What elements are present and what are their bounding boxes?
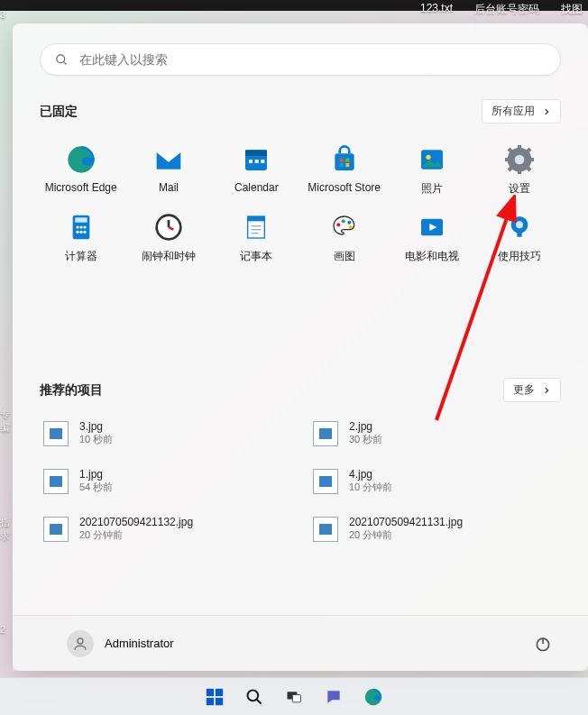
svg-rect-64 (292, 694, 300, 701)
chevron-right-icon (542, 386, 551, 395)
recommended-item-name: 3.jpg (79, 420, 113, 433)
image-file-icon (313, 517, 338, 542)
recommended-item-time: 30 秒前 (349, 433, 382, 446)
taskbar (0, 677, 588, 715)
app-label: Mail (159, 181, 179, 194)
app-tile-mail[interactable]: Mail (127, 140, 209, 202)
svg-point-30 (76, 225, 78, 228)
notepad-icon (242, 213, 271, 242)
desktop-top-icons: 123.txt 后台账号密码 找图 (415, 0, 588, 19)
svg-point-16 (426, 155, 430, 160)
svg-point-31 (79, 225, 82, 228)
chat-button[interactable] (322, 685, 345, 709)
svg-rect-11 (339, 159, 343, 162)
recommended-item-name: 2.jpg (349, 420, 382, 433)
svg-point-61 (248, 690, 259, 701)
recommended-item-time: 10 分钟前 (349, 481, 392, 494)
edge-taskbar-button[interactable] (362, 685, 385, 709)
image-file-icon (43, 421, 69, 446)
svg-line-24 (509, 149, 512, 152)
recommended-item[interactable]: 2.jpg 30 秒前 (309, 418, 561, 448)
svg-line-1 (63, 61, 66, 64)
svg-rect-12 (345, 159, 349, 162)
app-label: Microsoft Store (308, 181, 381, 194)
task-view-button[interactable] (282, 685, 306, 709)
app-label: 画图 (334, 249, 355, 264)
app-label: Calendar (234, 181, 279, 194)
svg-rect-9 (262, 160, 265, 163)
recommended-item[interactable]: 2021070509421131.jpg 20 分钟前 (309, 514, 561, 544)
recommended-grid: 3.jpg 10 秒前 2.jpg 30 秒前 1.jpg 54 秒前 4.jp… (40, 418, 561, 544)
app-tile-edge[interactable]: Microsoft Edge (40, 140, 122, 202)
image-file-icon (313, 421, 338, 446)
power-button[interactable] (534, 635, 552, 653)
svg-rect-14 (345, 163, 349, 167)
svg-rect-6 (245, 150, 267, 156)
avatar (67, 630, 94, 657)
app-label: 使用技巧 (498, 249, 541, 264)
app-tile-photos[interactable]: 照片 (390, 140, 473, 202)
svg-point-47 (348, 225, 352, 229)
svg-rect-29 (75, 217, 87, 222)
app-label: 闹钟和时钟 (142, 249, 196, 264)
all-apps-button[interactable]: 所有应用 (482, 99, 561, 124)
app-label: Microsoft Edge (45, 181, 117, 194)
app-tile-tips[interactable]: 使用技巧 (479, 207, 561, 270)
chevron-right-icon (542, 107, 551, 116)
clock-icon (154, 213, 183, 242)
user-name: Administrator (105, 637, 174, 650)
settings-icon (505, 145, 534, 174)
taskbar-search-button[interactable] (243, 685, 266, 709)
app-label: 记事本 (240, 249, 272, 264)
svg-rect-51 (518, 232, 522, 236)
start-button[interactable] (203, 685, 226, 709)
image-file-icon (43, 469, 69, 494)
svg-rect-57 (207, 688, 214, 695)
recommended-item[interactable]: 3.jpg 10 秒前 (40, 418, 291, 448)
svg-point-44 (336, 223, 340, 226)
svg-rect-60 (216, 697, 223, 704)
edge-icon (67, 145, 96, 174)
user-account-button[interactable]: Administrator (67, 630, 174, 657)
tips-icon (505, 213, 534, 242)
app-label: 设置 (509, 181, 530, 197)
svg-point-0 (57, 54, 65, 62)
search-box[interactable] (40, 43, 561, 76)
svg-point-45 (341, 219, 345, 223)
app-tile-notepad[interactable]: 记事本 (216, 207, 298, 270)
recommended-title: 推荐的项目 (40, 382, 103, 399)
recommended-item[interactable]: 1.jpg 54 秒前 (40, 466, 291, 496)
recommended-item-name: 4.jpg (349, 468, 392, 481)
app-label: 计算器 (65, 249, 97, 264)
calendar-icon (242, 145, 271, 174)
svg-rect-8 (255, 160, 259, 163)
svg-rect-7 (249, 160, 253, 163)
svg-line-27 (527, 149, 530, 152)
app-tile-clock[interactable]: 闹钟和时钟 (127, 207, 209, 270)
app-tile-calculator[interactable]: 计算器 (40, 207, 122, 270)
recommended-item-time: 20 分钟前 (79, 528, 193, 542)
app-tile-paint[interactable]: 画图 (303, 207, 385, 270)
app-tile-movies[interactable]: 电影和电视 (390, 207, 473, 270)
app-tile-settings[interactable]: 设置 (479, 140, 561, 202)
app-tile-calendar[interactable]: Calendar (216, 140, 298, 202)
search-input[interactable] (79, 52, 546, 67)
paint-icon (330, 213, 359, 242)
recommended-item[interactable]: 4.jpg 10 分钟前 (309, 466, 561, 496)
svg-rect-10 (335, 153, 354, 170)
app-label: 电影和电视 (405, 249, 459, 264)
svg-line-26 (509, 167, 512, 170)
pinned-title: 已固定 (40, 104, 78, 120)
more-button[interactable]: 更多 (503, 378, 561, 402)
start-menu: 已固定 所有应用 Microsoft Edge Mail Calendar Mi… (13, 23, 588, 671)
recommended-item-time: 54 秒前 (79, 481, 113, 494)
svg-point-52 (516, 221, 523, 228)
recommended-item[interactable]: 2021070509421132.jpg 20 分钟前 (40, 514, 291, 544)
calculator-icon (67, 213, 96, 242)
svg-point-32 (83, 225, 86, 228)
recommended-item-time: 20 分钟前 (349, 528, 463, 542)
store-icon (330, 145, 359, 174)
app-tile-store[interactable]: Microsoft Store (303, 140, 385, 202)
desktop-left-edge: 3 专编 指求 2 (0, 0, 13, 635)
recommended-item-name: 2021070509421131.jpg (349, 516, 463, 528)
